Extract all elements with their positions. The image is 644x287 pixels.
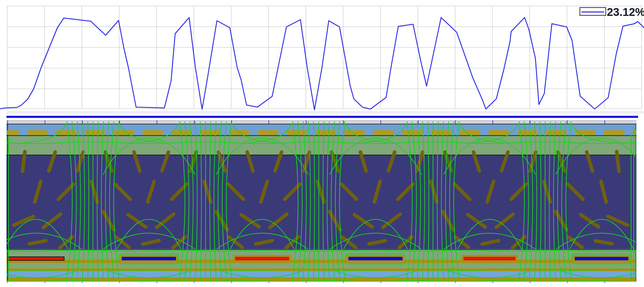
director-dash-top <box>258 130 279 135</box>
app-window: 23.12% <box>0 0 644 287</box>
director-dash-top <box>0 130 19 135</box>
director-dash-top <box>402 130 423 135</box>
separator-line <box>6 116 638 118</box>
director-dash-top <box>27 130 48 135</box>
legend: 23.12% <box>580 6 644 18</box>
ruler-tick <box>455 120 456 124</box>
ruler-tick <box>604 120 605 124</box>
simulation-view: 23.12% <box>0 0 644 287</box>
ruler-tick <box>7 120 8 124</box>
ruler-tick <box>343 120 344 124</box>
ruler-tick <box>306 120 307 124</box>
ruler-tick <box>194 120 195 124</box>
director-dash-top <box>604 130 625 135</box>
ruler-tick <box>269 120 269 124</box>
blue-electrode <box>348 257 403 260</box>
ruler-tick <box>157 120 157 124</box>
director-dash-top <box>431 130 452 135</box>
legend-value: 23.12% <box>607 6 644 18</box>
ruler-tick <box>530 120 531 124</box>
director-dash-top <box>113 130 134 135</box>
blue-electrode <box>122 257 176 260</box>
ruler-tick <box>418 120 419 124</box>
lc-cell-cross-section <box>0 111 644 283</box>
ruler-tick <box>119 120 120 124</box>
director-dash-top <box>142 130 163 135</box>
director-dash-top <box>632 130 644 135</box>
layer-blue-stratum <box>6 271 636 277</box>
layer-green-b <box>6 263 636 268</box>
director-dash-top <box>575 130 596 135</box>
director-dash-top <box>171 130 192 135</box>
transmittance-curve <box>0 18 644 110</box>
red-electrode <box>8 257 64 260</box>
director-dash-top <box>373 130 394 135</box>
director-dash-top <box>488 130 509 135</box>
red-electrode <box>235 257 289 260</box>
top-ruler <box>6 120 636 124</box>
layer-olive-a <box>6 260 636 263</box>
ruler-tick <box>231 120 232 124</box>
ruler-tick <box>82 120 83 124</box>
ruler-tick <box>45 120 46 124</box>
director-dash-top <box>459 130 480 135</box>
ruler-tick <box>493 120 493 124</box>
director-dash-bulk <box>617 152 619 171</box>
layer-upper-green <box>6 135 636 155</box>
director-dash-bulk <box>23 152 25 171</box>
blue-electrode <box>575 257 628 260</box>
chart-gridlines <box>7 6 642 109</box>
ruler-tick <box>380 120 381 124</box>
director-dash-top <box>546 130 567 135</box>
red-electrode <box>463 257 515 260</box>
ruler-tick <box>567 120 568 124</box>
